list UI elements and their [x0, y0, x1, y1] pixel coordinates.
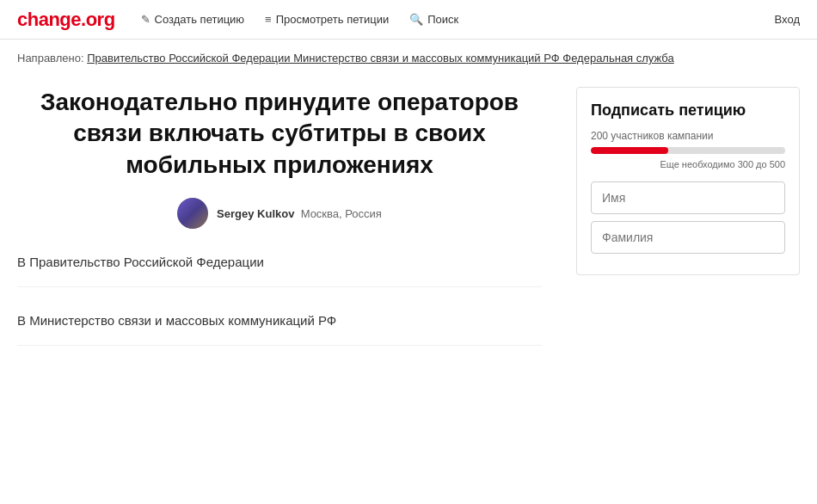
author-info: Sergey Kulkov Москва, Россия	[217, 207, 382, 220]
directed-to-prefix: Направлено:	[17, 52, 84, 65]
progress-note: Еще необходимо 300 до 500	[591, 159, 785, 169]
petition-body: В Правительство Российской Федерации В М…	[17, 255, 542, 346]
search-icon: 🔍	[409, 13, 423, 26]
last-name-input[interactable]	[591, 221, 785, 254]
header: change.org ✎ Создать петицию ≡ Просмотре…	[0, 0, 817, 40]
petition-title: Законодательно принудите операторов связ…	[17, 87, 542, 181]
nav-view[interactable]: ≡ Просмотреть петиции	[265, 13, 389, 26]
logo[interactable]: change.org	[17, 9, 115, 31]
content-wrapper: Направлено: Правительство Российской Фед…	[0, 40, 817, 372]
list-icon: ≡	[265, 13, 272, 26]
nav-view-label: Просмотреть петиции	[276, 13, 390, 26]
sign-title: Подписать петицию	[591, 101, 785, 120]
progress-bar-fill	[591, 147, 668, 154]
right-column: Подписать петицию 200 участников кампани…	[576, 87, 800, 372]
directed-to-bar: Направлено: Правительство Российской Фед…	[17, 40, 800, 70]
participants-label: 200 участников кампании	[591, 130, 785, 142]
petition-section-2: В Министерство связи и массовых коммуник…	[17, 313, 542, 346]
main-layout: Законодательно принудите операторов связ…	[17, 70, 800, 372]
avatar	[177, 198, 208, 229]
left-column: Законодательно принудите операторов связ…	[17, 87, 542, 372]
nav-create[interactable]: ✎ Создать петицию	[141, 13, 245, 26]
directed-to-targets[interactable]: Правительство Российской Федерации Минис…	[87, 52, 674, 65]
petition-section-1: В Правительство Российской Федерации	[17, 255, 542, 287]
avatar-image	[177, 198, 208, 229]
nav-create-label: Создать петицию	[155, 13, 245, 26]
progress-bar-container	[591, 147, 785, 154]
nav-search[interactable]: 🔍 Поиск	[409, 13, 458, 26]
author-location: Москва, Россия	[298, 207, 382, 220]
create-icon: ✎	[141, 13, 150, 26]
nav-search-label: Поиск	[427, 13, 458, 26]
sign-panel: Подписать петицию 200 участников кампани…	[576, 87, 800, 275]
nav-links: ✎ Создать петицию ≡ Просмотреть петиции …	[141, 13, 800, 26]
author-row: Sergey Kulkov Москва, Россия	[17, 198, 542, 229]
login-link[interactable]: Вход	[775, 13, 800, 26]
author-name: Sergey Kulkov	[217, 207, 294, 220]
first-name-input[interactable]	[591, 181, 785, 214]
